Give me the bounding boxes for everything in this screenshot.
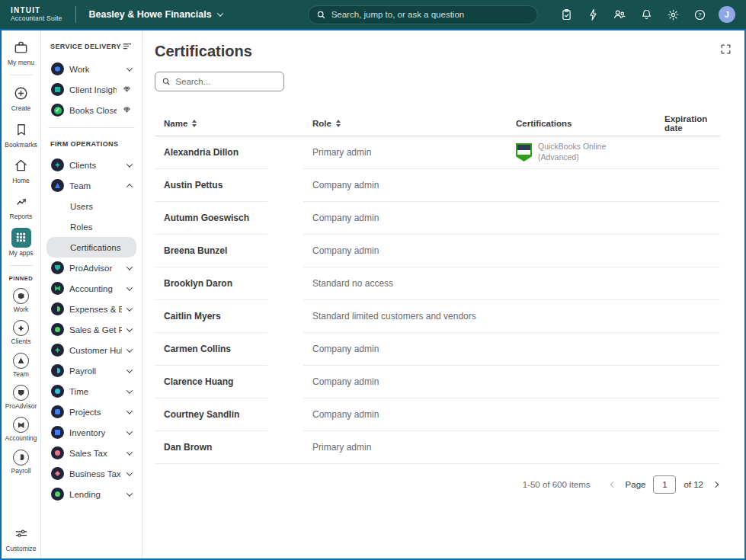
rail-item-customize[interactable]: Customize	[3, 523, 40, 552]
rail-item-create[interactable]: Create	[3, 83, 40, 112]
user-role: Company admin	[303, 180, 507, 190]
list-settings-icon[interactable]	[122, 41, 133, 52]
sidebar-item-books-close[interactable]: Books Close	[46, 100, 136, 120]
firm-operations-header: FIRM OPERATIONS	[46, 137, 136, 155]
table-header-row: Name Role Certifications Expiration date	[155, 111, 720, 136]
user-name: Carmen Collins	[164, 344, 231, 354]
sidebar-item-business-tax[interactable]: Business Tax	[46, 463, 136, 484]
column-header-role[interactable]: Role	[303, 119, 507, 128]
sidebar-item-accounting[interactable]: Accounting	[46, 278, 136, 299]
rail-item-clients[interactable]: Clients	[3, 320, 40, 345]
clipboard-check-icon[interactable]	[556, 5, 576, 24]
proadvisor-icon	[51, 261, 64, 274]
sidebar-item-sales-get-paid[interactable]: Sales & Get Paid	[46, 319, 136, 340]
rail-item-my-menu[interactable]: My menu	[3, 37, 40, 66]
expenses-bills-icon	[51, 302, 64, 315]
company-switcher[interactable]: Beasley & Howe Financials	[88, 9, 222, 20]
bell-icon[interactable]	[636, 5, 656, 24]
rail-item-accounting[interactable]: Accounting	[3, 417, 40, 442]
payroll-icon	[51, 364, 64, 377]
gear-icon[interactable]	[663, 5, 683, 24]
user-name: Austin Pettus	[164, 180, 223, 190]
column-header-certifications: Certifications	[507, 119, 655, 128]
chevron-down-icon	[126, 65, 133, 71]
sidebar-item-team[interactable]: Team	[46, 175, 136, 196]
rail-item-proadvisor[interactable]: ProAdvisor	[3, 385, 40, 410]
rail-item-home[interactable]: Home	[3, 155, 40, 184]
section-title: SERVICE DELIVERY	[50, 43, 121, 50]
sort-icon[interactable]	[192, 120, 197, 128]
rail-label: Bookmarks	[5, 142, 37, 149]
sidebar-item-client-insights[interactable]: Client Insights	[46, 79, 136, 100]
sidebar-item-projects[interactable]: Projects	[46, 402, 136, 422]
sidebar-item-clients[interactable]: Clients	[46, 155, 136, 175]
sidebar-item-sales-tax[interactable]: Sales Tax	[46, 443, 136, 463]
rail-item-bookmarks[interactable]: Bookmarks	[3, 120, 40, 149]
rail-label: Customize	[5, 546, 36, 552]
table-search[interactable]	[155, 72, 284, 91]
secondary-sidebar: SERVICE DELIVERY Work Client Insights Bo…	[41, 30, 142, 558]
rail-label: ProAdvisor	[5, 403, 37, 410]
global-search[interactable]	[308, 5, 538, 24]
rail-label: Work	[14, 306, 29, 313]
column-header-name[interactable]: Name	[155, 119, 267, 128]
app-window: INTUIT Accountant Suite Beasley & Howe F…	[0, 0, 746, 560]
previous-page-button[interactable]	[609, 480, 618, 489]
clients-circle-icon	[13, 320, 29, 336]
company-name: Beasley & Howe Financials	[88, 9, 211, 20]
sidebar-item-payroll[interactable]: Payroll	[46, 360, 136, 381]
sidebar-item-inventory[interactable]: Inventory	[46, 422, 136, 443]
rail-item-reports[interactable]: Reports	[3, 191, 40, 220]
sidebar-item-lending[interactable]: Lending	[46, 484, 136, 504]
table-row-autumn-goeswisch: Autumn Goeswisch Company admin	[155, 202, 720, 235]
rail-item-payroll[interactable]: Payroll	[3, 450, 40, 475]
user-name: Caitlin Myers	[164, 311, 221, 322]
column-header-expiration-date: Expiration date	[655, 114, 720, 133]
page-label: Page	[626, 480, 646, 489]
sidebar-item-work[interactable]: Work	[46, 59, 136, 79]
bookmark-icon	[11, 120, 31, 139]
user-role: Company admin	[303, 376, 507, 387]
global-search-input[interactable]	[331, 10, 530, 19]
user-role: Primary admin	[303, 147, 507, 158]
user-name: Clarence Huang	[164, 376, 233, 387]
lending-icon	[51, 488, 64, 501]
sidebar-item-customer-hub[interactable]: Customer Hub	[46, 340, 136, 360]
help-icon[interactable]: ?	[690, 5, 709, 24]
next-page-button[interactable]	[711, 480, 720, 489]
rail-item-work[interactable]: Work	[3, 288, 40, 313]
sales-get-paid-icon	[51, 323, 64, 336]
rail-item-my-apps[interactable]: My apps	[3, 228, 40, 257]
client-insights-icon	[51, 83, 64, 96]
sidebar-item-expenses-bills[interactable]: Expenses & Bills	[46, 299, 136, 319]
page-number-input[interactable]	[653, 475, 676, 494]
sidebar-item-time[interactable]: Time	[46, 381, 136, 402]
chevron-down-icon	[216, 10, 223, 16]
rail-label: My apps	[8, 250, 33, 257]
sidebar-item-proadvisor[interactable]: ProAdvisor	[46, 258, 136, 278]
fullscreen-icon[interactable]	[719, 43, 732, 58]
rail-label: Payroll	[11, 468, 31, 475]
chevron-down-icon	[126, 325, 133, 331]
items-range: 1-50 of 600 items	[523, 480, 591, 489]
rail-label: Accounting	[5, 435, 37, 442]
sort-icon[interactable]	[336, 120, 341, 128]
svg-text:?: ?	[698, 11, 702, 18]
inventory-icon	[51, 426, 64, 439]
intuit-logo[interactable]: INTUIT Accountant Suite	[11, 7, 62, 21]
projects-icon	[51, 405, 64, 418]
rail-item-team[interactable]: Team	[3, 353, 40, 378]
sidebar-item-certifications[interactable]: Certifications	[46, 237, 136, 258]
user-name: Brooklyn Daron	[164, 278, 232, 289]
table-row-alexandria-dillon: Alexandria Dillon Primary admin QuickBoo…	[155, 136, 720, 169]
bolt-icon[interactable]	[583, 5, 603, 24]
sidebar-item-roles[interactable]: Roles	[46, 216, 136, 237]
sidebar-item-users[interactable]: Users	[46, 196, 136, 216]
community-icon[interactable]	[610, 5, 629, 24]
user-name: Autumn Goeswisch	[164, 213, 249, 223]
user-role: Standard limited customers and vendors	[303, 311, 507, 322]
user-role: Company admin	[303, 409, 507, 420]
user-avatar[interactable]: J	[719, 6, 735, 23]
grid-icon	[11, 228, 31, 248]
table-search-input[interactable]	[175, 77, 277, 86]
